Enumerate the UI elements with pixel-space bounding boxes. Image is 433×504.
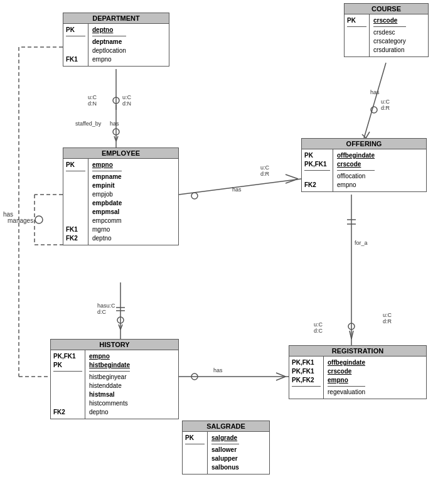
svg-line-23 bbox=[286, 174, 298, 179]
dept-empno: empno bbox=[92, 55, 126, 64]
course-crsduration: crsduration bbox=[373, 46, 406, 55]
svg-text:has: has bbox=[232, 186, 242, 193]
svg-text:u:C: u:C bbox=[383, 312, 392, 318]
dept-fk1-label bbox=[66, 38, 85, 46]
off-fk2: FK2 bbox=[304, 181, 330, 190]
svg-line-4 bbox=[114, 136, 116, 141]
entity-employee-header: EMPLOYEE bbox=[63, 148, 178, 159]
hist-empno: empno bbox=[89, 352, 130, 361]
svg-text:hasu:C: hasu:C bbox=[97, 303, 115, 309]
hist-histmsal: histmsal bbox=[89, 390, 130, 399]
svg-line-20 bbox=[120, 324, 122, 330]
dept-pk-label: PK bbox=[66, 26, 85, 35]
svg-text:d:R: d:R bbox=[383, 318, 392, 324]
entity-offering-header: OFFERING bbox=[302, 139, 426, 149]
svg-point-1 bbox=[113, 97, 119, 104]
entity-course: COURSE PK crscode crsdesc crscategory cr… bbox=[344, 3, 429, 57]
emp-empinit: empinit bbox=[92, 181, 122, 190]
course-pk-label: PK bbox=[347, 16, 366, 25]
off-empno: empno bbox=[337, 181, 375, 190]
svg-text:d:R: d:R bbox=[381, 105, 390, 111]
emp-fk2: FK2 bbox=[66, 234, 85, 243]
svg-text:d:N: d:N bbox=[122, 100, 131, 107]
dept-deptname: deptname bbox=[92, 38, 126, 46]
svg-text:u:C: u:C bbox=[314, 321, 323, 328]
hist-fk2: FK2 bbox=[53, 408, 82, 417]
svg-point-18 bbox=[117, 317, 124, 323]
svg-text:has: has bbox=[110, 121, 119, 127]
reg-empno: empno bbox=[328, 376, 365, 385]
course-crscategory: crscategory bbox=[373, 37, 406, 46]
entity-registration: REGISTRATION PK,FK1 PK,FK1 PK,FK2 offbeg… bbox=[289, 345, 427, 399]
sal-salupper: salupper bbox=[211, 454, 239, 463]
svg-line-25 bbox=[364, 63, 386, 138]
course-crsdesc: crsdesc bbox=[373, 28, 406, 37]
svg-text:d:C: d:C bbox=[314, 328, 323, 334]
entity-registration-header: REGISTRATION bbox=[289, 346, 426, 357]
erd-diagram: has manages bbox=[0, 0, 433, 504]
svg-text:u:C: u:C bbox=[122, 94, 132, 100]
svg-point-36 bbox=[191, 373, 198, 380]
svg-text:d:R: d:R bbox=[260, 171, 270, 177]
reg-pk-fk2: PK,FK2 bbox=[292, 376, 321, 385]
entity-salgrade: SALGRADE PK salgrade sallower salupper s… bbox=[182, 421, 270, 475]
svg-point-22 bbox=[191, 193, 198, 199]
svg-text:for_a: for_a bbox=[355, 240, 368, 246]
sal-salbonus: salbonus bbox=[211, 463, 239, 472]
emp-empmsal: empmsal bbox=[92, 208, 122, 217]
svg-text:staffed_by: staffed_by bbox=[75, 121, 102, 127]
svg-text:has: has bbox=[213, 367, 223, 373]
emp-empbdate: empbdate bbox=[92, 199, 122, 208]
svg-text:has: has bbox=[370, 89, 380, 95]
emp-pk-label: PK bbox=[66, 161, 85, 169]
reg-pk-fk1-1: PK,FK1 bbox=[292, 358, 321, 367]
reg-crscode: crscode bbox=[328, 367, 365, 376]
reg-offbegindate: offbegindate bbox=[328, 358, 365, 367]
svg-line-34 bbox=[351, 331, 353, 339]
hist-deptno: deptno bbox=[89, 408, 130, 417]
emp-empno: empno bbox=[92, 161, 122, 169]
svg-text:has: has bbox=[3, 211, 13, 218]
emp-fk1: FK1 bbox=[66, 225, 85, 234]
off-pk1: PK bbox=[304, 151, 330, 160]
entity-department-header: DEPARTMENT bbox=[63, 13, 169, 24]
course-crscode: crscode bbox=[373, 16, 406, 25]
emp-deptno: deptno bbox=[92, 234, 122, 243]
svg-line-38 bbox=[276, 377, 286, 380]
off-pk-fk1: PK,FK1 bbox=[304, 160, 330, 169]
svg-text:u:C: u:C bbox=[88, 94, 97, 100]
dept-deptno: deptno bbox=[92, 26, 126, 35]
entity-offering: OFFERING PK PK,FK1 FK2 offbegindate crsc… bbox=[301, 138, 427, 192]
svg-line-19 bbox=[119, 324, 120, 330]
svg-point-32 bbox=[348, 323, 355, 330]
svg-text:u:C: u:C bbox=[381, 99, 390, 105]
entity-history-header: HISTORY bbox=[51, 340, 178, 350]
dept-fk1: FK1 bbox=[66, 55, 85, 64]
off-offbegindate: offbegindate bbox=[337, 151, 375, 160]
emp-empname: empname bbox=[92, 173, 122, 181]
entity-history: HISTORY PK,FK1 PK FK2 empno histbegindat… bbox=[50, 339, 179, 419]
emp-mgrno: mgrno bbox=[92, 225, 122, 234]
svg-point-26 bbox=[371, 107, 377, 113]
svg-line-28 bbox=[366, 132, 370, 138]
hist-histbegindate: histbegindate bbox=[89, 361, 130, 370]
svg-text:manages: manages bbox=[8, 217, 33, 224]
svg-line-5 bbox=[116, 136, 118, 141]
svg-text:d:N: d:N bbox=[88, 100, 97, 107]
sal-pk: PK bbox=[185, 434, 205, 442]
svg-line-21 bbox=[179, 179, 301, 195]
svg-line-37 bbox=[276, 373, 286, 377]
svg-text:d:C: d:C bbox=[97, 309, 107, 315]
hist-histcomments: histcomments bbox=[89, 399, 130, 408]
svg-text:u:C: u:C bbox=[260, 164, 270, 171]
entity-course-header: COURSE bbox=[345, 4, 428, 14]
reg-pk-fk1-2: PK,FK1 bbox=[292, 367, 321, 376]
sal-salgrade: salgrade bbox=[211, 434, 239, 442]
svg-line-33 bbox=[350, 331, 351, 339]
svg-point-3 bbox=[113, 129, 119, 135]
entity-salgrade-header: SALGRADE bbox=[183, 421, 269, 432]
dept-deptlocation: deptlocation bbox=[92, 46, 126, 55]
sal-sallower: sallower bbox=[211, 446, 239, 454]
hist-histbeginyear: histbeginyear bbox=[89, 373, 130, 382]
reg-regevaluation: regevaluation bbox=[328, 388, 365, 397]
